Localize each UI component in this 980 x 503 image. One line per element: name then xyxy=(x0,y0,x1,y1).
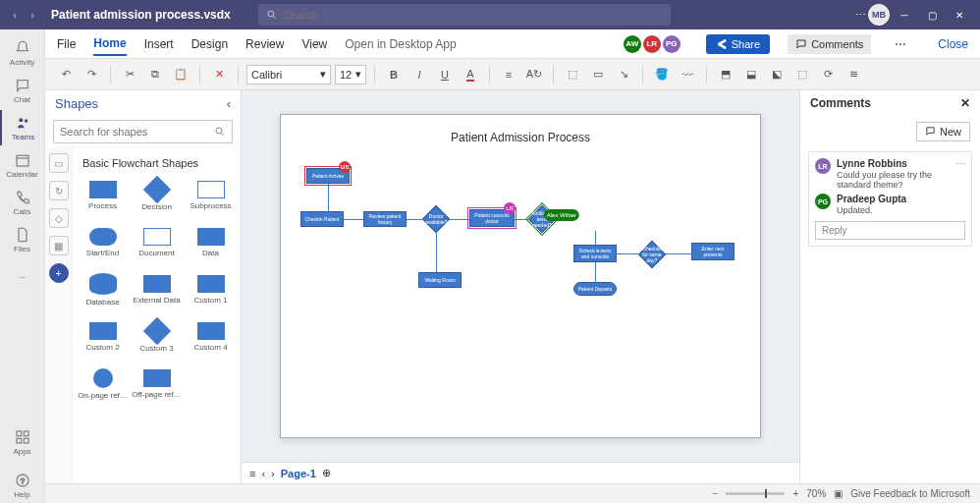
tab-review[interactable]: Review xyxy=(245,33,284,55)
pages-menu-button[interactable]: ≡ xyxy=(249,468,255,479)
cut-button[interactable]: ✂ xyxy=(119,64,140,85)
align-button[interactable]: ≡ xyxy=(498,64,519,85)
align-shapes-button[interactable]: ⬓ xyxy=(740,64,762,85)
rail-activity[interactable]: Activity xyxy=(0,35,45,71)
reply-input[interactable]: Reply xyxy=(815,221,965,240)
search-box[interactable] xyxy=(258,4,671,26)
collapse-shapes-button[interactable]: ‹ xyxy=(227,96,231,111)
node-departs[interactable]: Patient Departs xyxy=(573,282,617,296)
shape-tool-button[interactable]: ▭ xyxy=(587,64,609,85)
fit-page-button[interactable]: ▣ xyxy=(834,488,843,499)
node-review[interactable]: Review patient history xyxy=(363,211,407,227)
share-button[interactable]: Share xyxy=(706,34,770,54)
presence-lr[interactable]: LR xyxy=(643,35,661,53)
close-window-button[interactable]: ✕ xyxy=(947,5,972,25)
forward-button[interactable]: › xyxy=(26,8,39,22)
node-add-tests[interactable]: Additional tests needed?Alex Wilber xyxy=(528,205,556,233)
node-waiting[interactable]: Waiting Room xyxy=(418,272,462,288)
delete-button[interactable]: ✕ xyxy=(208,64,230,85)
rotate-button[interactable]: ⟳ xyxy=(817,64,839,85)
prev-page-button[interactable]: ‹ xyxy=(261,468,265,479)
node-enter-next[interactable]: Enter next presents xyxy=(691,243,735,260)
text-rotate-button[interactable]: A↻ xyxy=(523,64,545,85)
shape-custom-1[interactable]: Custom 1 xyxy=(185,267,237,312)
underline-button[interactable]: U xyxy=(434,64,456,85)
shape-off-page-ref-[interactable]: Off-page ref… xyxy=(131,362,183,407)
close-button[interactable]: Close xyxy=(938,37,968,51)
back-button[interactable]: ‹ xyxy=(8,8,22,22)
stencil-arrow[interactable]: ↻ xyxy=(49,181,69,200)
node-checkin[interactable]: Checkin Patient xyxy=(300,211,344,227)
stencil-basic[interactable]: ▭ xyxy=(49,153,69,173)
rail-calls[interactable]: Calls xyxy=(0,185,45,220)
paste-button[interactable]: 📋 xyxy=(170,64,191,85)
shape-on-page-ref-[interactable]: On-page ref… xyxy=(77,362,129,407)
search-input[interactable] xyxy=(283,9,663,21)
rail-teams[interactable]: Teams xyxy=(0,110,45,145)
arrange-button[interactable]: ⬒ xyxy=(715,64,736,85)
user-avatar[interactable]: MB xyxy=(868,4,890,26)
comments-close-button[interactable]: ✕ xyxy=(960,96,970,110)
font-select[interactable]: Calibri▾ xyxy=(246,65,331,84)
comment-thread[interactable]: ⋯ LR Lynne Robbins Could you please try … xyxy=(808,151,972,247)
font-size-select[interactable]: 12▾ xyxy=(335,65,366,84)
stencil-4[interactable]: ▦ xyxy=(49,236,69,255)
zoom-out-button[interactable]: − xyxy=(713,488,719,499)
tab-home[interactable]: Home xyxy=(93,32,126,56)
tab-view[interactable]: View xyxy=(301,33,327,55)
rail-calendar[interactable]: Calendar xyxy=(0,147,45,183)
diagram-page[interactable]: Patient Admission Process Patient Arrive… xyxy=(280,114,761,438)
copy-button[interactable]: ⧉ xyxy=(144,64,166,85)
shape-document[interactable]: Document xyxy=(131,220,183,265)
node-patient-arrives[interactable]: Patient ArrivesMB xyxy=(306,168,350,184)
rail-more[interactable]: ⋯ xyxy=(0,259,45,295)
rail-chat[interactable]: Chat xyxy=(0,73,45,108)
add-page-button[interactable]: ⊕ xyxy=(322,467,331,479)
zoom-slider[interactable] xyxy=(726,492,785,495)
more-icon[interactable]: ⋯ xyxy=(855,9,866,22)
presence-pg[interactable]: PG xyxy=(663,35,681,53)
ribbon-more-button[interactable]: ⋯ xyxy=(889,33,912,55)
node-consults[interactable]: Patient consults doctorLR xyxy=(469,209,515,227)
tab-design[interactable]: Design xyxy=(191,33,228,55)
redo-button[interactable]: ↷ xyxy=(81,64,102,85)
zoom-in-button[interactable]: + xyxy=(792,488,798,499)
maximize-button[interactable]: ▢ xyxy=(919,5,945,25)
shape-subprocess[interactable]: Subprocess xyxy=(185,173,237,218)
shapes-search-input[interactable] xyxy=(60,126,214,138)
node-doctor-available[interactable]: Doctor available? xyxy=(422,205,450,233)
shape-data[interactable]: Data xyxy=(185,220,237,265)
canvas[interactable]: Patient Admission Process Patient Arrive… xyxy=(242,90,799,462)
new-comment-button[interactable]: New xyxy=(916,122,970,141)
shape-database[interactable]: Database xyxy=(77,267,129,312)
shape-start-end[interactable]: Start/End xyxy=(77,220,129,265)
shape-external-data[interactable]: External Data xyxy=(131,267,183,312)
tab-insert[interactable]: Insert xyxy=(144,33,174,55)
next-page-button[interactable]: › xyxy=(271,468,275,479)
shape-decision[interactable]: Decision xyxy=(131,173,183,218)
comments-button[interactable]: Comments xyxy=(788,34,871,54)
line-button[interactable]: 〰 xyxy=(677,64,698,85)
open-desktop-button[interactable]: Open in Desktop App xyxy=(345,33,456,55)
text-block-button[interactable]: ⬚ xyxy=(562,64,583,85)
font-color-button[interactable]: A xyxy=(460,64,481,85)
shape-custom-2[interactable]: Custom 2 xyxy=(77,314,129,360)
position-button[interactable]: ⬕ xyxy=(766,64,788,85)
stencil-3[interactable]: ◇ xyxy=(49,208,69,228)
thread-more-button[interactable]: ⋯ xyxy=(955,158,965,169)
page-tab[interactable]: Page-1 xyxy=(281,468,316,479)
rail-apps[interactable]: Apps xyxy=(0,424,45,460)
stencil-add[interactable]: + xyxy=(49,263,69,283)
shape-process[interactable]: Process xyxy=(77,173,129,218)
connector-button[interactable]: ↘ xyxy=(613,64,634,85)
italic-button[interactable]: I xyxy=(408,64,430,85)
feedback-link[interactable]: Give Feedback to Microsoft xyxy=(850,488,970,499)
shape-custom-4[interactable]: Custom 4 xyxy=(185,314,237,360)
fill-button[interactable]: 🪣 xyxy=(651,64,673,85)
rail-help[interactable]: ?Help xyxy=(0,468,45,503)
bold-button[interactable]: B xyxy=(383,64,405,85)
layers-button[interactable]: ≋ xyxy=(843,64,864,85)
node-sameday[interactable]: Scheduled for same day? xyxy=(638,241,666,268)
tab-file[interactable]: File xyxy=(57,33,76,55)
rail-files[interactable]: Files xyxy=(0,222,45,257)
